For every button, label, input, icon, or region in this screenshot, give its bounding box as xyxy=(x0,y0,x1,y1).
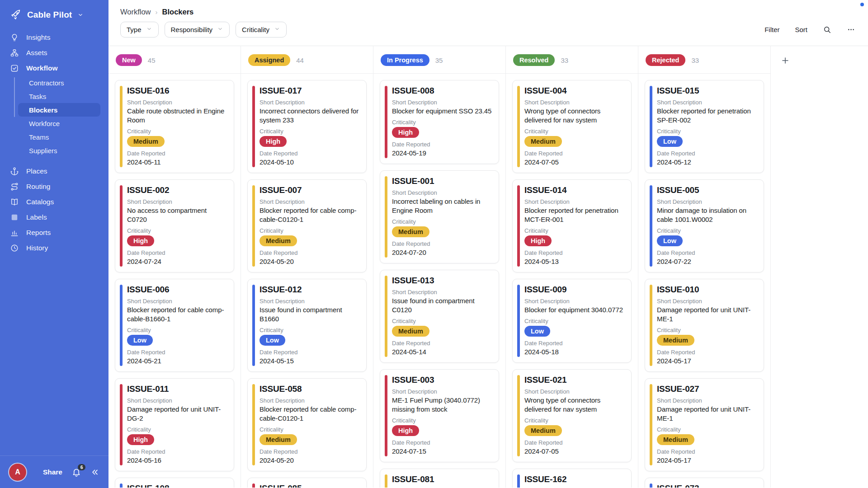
criticality-badge: High xyxy=(127,235,154,246)
short-description-label: Short Description xyxy=(259,99,360,106)
issue-card[interactable]: ISSUE-162 Short Description Blocker for … xyxy=(512,469,632,488)
sidebar-item-workflow[interactable]: Workflow xyxy=(0,61,108,76)
short-description-value: Damage reported for unit UNIT-ME-1 xyxy=(657,305,757,324)
route-icon xyxy=(10,182,19,191)
add-column-button[interactable] xyxy=(779,55,792,68)
issue-id: ISSUE-009 xyxy=(524,285,625,295)
type-dropdown[interactable]: Type xyxy=(120,22,159,38)
issue-card[interactable]: ISSUE-005 Short Description Minor damage… xyxy=(645,179,764,272)
more-options-button[interactable] xyxy=(847,25,855,34)
tag-icon xyxy=(10,213,19,222)
issue-card[interactable]: ISSUE-003 Short Description ME-1 Fuel Pu… xyxy=(380,369,499,462)
date-reported-label: Date Reported xyxy=(524,340,625,347)
column-cards: ISSUE-004 Short Description Wrong type o… xyxy=(506,74,638,488)
date-reported-value: 2024-05-18 xyxy=(524,347,625,357)
sidebar-item-tasks[interactable]: Tasks xyxy=(0,89,108,103)
criticality-badge: Medium xyxy=(259,235,297,246)
avatar[interactable]: A xyxy=(9,464,26,481)
criticality-label: Criticality xyxy=(127,227,227,234)
sidebar-item-routing[interactable]: Routing xyxy=(0,179,108,194)
chevron-down-icon xyxy=(77,12,84,18)
sidebar-item-assets[interactable]: Assets xyxy=(0,45,108,61)
issue-card[interactable]: ISSUE-073 Short Description Minor damage… xyxy=(645,478,764,488)
sidebar-item-suppliers[interactable]: Suppliers xyxy=(0,144,108,157)
criticality-accent-bar xyxy=(252,185,255,267)
date-reported-value: 2024-05-20 xyxy=(259,456,360,465)
breadcrumb-workflow[interactable]: Workflow xyxy=(120,8,151,16)
column-header: Rejected 33 xyxy=(638,46,770,74)
issue-card[interactable]: ISSUE-058 Short Description Blocker repo… xyxy=(247,378,367,471)
issue-card[interactable]: ISSUE-012 Short Description Issue found … xyxy=(247,279,367,372)
issue-card[interactable]: ISSUE-011 Short Description Damage repor… xyxy=(115,378,234,471)
issue-id: ISSUE-006 xyxy=(127,285,227,295)
issue-card[interactable]: ISSUE-007 Short Description Blocker repo… xyxy=(247,179,367,272)
issue-card[interactable]: ISSUE-010 Short Description Damage repor… xyxy=(645,279,764,372)
sidebar-item-labels[interactable]: Labels xyxy=(0,210,108,225)
short-description-value: Blocker reported for cable comp-cable-C0… xyxy=(259,206,360,224)
issue-id: ISSUE-001 xyxy=(392,176,492,186)
criticality-accent-bar xyxy=(650,185,652,267)
criticality-badge: High xyxy=(259,136,287,147)
criticality-label: Criticality xyxy=(657,227,757,234)
issue-card[interactable]: ISSUE-085 Short Description Incorrect co… xyxy=(247,478,367,488)
issue-card[interactable]: ISSUE-016 Short Description Cable route … xyxy=(115,80,234,173)
criticality-dropdown[interactable]: Criticality xyxy=(236,22,287,38)
kanban-board: New 45 ISSUE-016 Short Description Cable… xyxy=(108,46,868,488)
issue-id: ISSUE-021 xyxy=(524,375,625,385)
notifications-button[interactable]: 6 xyxy=(71,467,81,477)
short-description-value: Blocker reported for cable comp-cable-C0… xyxy=(259,405,360,423)
issue-card[interactable]: ISSUE-009 Short Description Blocker for … xyxy=(512,279,632,363)
short-description-label: Short Description xyxy=(657,198,757,205)
filter-button[interactable]: Filter xyxy=(764,26,779,33)
sidebar-item-contractors[interactable]: Contractors xyxy=(0,76,108,89)
issue-card[interactable]: ISSUE-014 Short Description Blocker repo… xyxy=(512,179,632,272)
sidebar-item-insights[interactable]: Insights xyxy=(0,30,108,45)
issue-card[interactable]: ISSUE-081 Short Description Issue found … xyxy=(380,469,499,488)
sidebar-item-teams[interactable]: Teams xyxy=(0,130,108,144)
board-column-rejected: Rejected 33 ISSUE-015 Short Description … xyxy=(638,46,771,488)
criticality-badge: Medium xyxy=(657,335,694,346)
sidebar-item-reports[interactable]: Reports xyxy=(0,225,108,240)
criticality-badge: Low xyxy=(657,235,683,246)
criticality-badge: Medium xyxy=(524,425,562,436)
short-description-label: Short Description xyxy=(524,298,625,305)
double-chevron-left-icon xyxy=(90,468,99,477)
sidebar-item-places[interactable]: Places xyxy=(0,164,108,179)
criticality-accent-bar xyxy=(517,86,520,167)
sidebar-item-blockers[interactable]: Blockers xyxy=(18,103,100,117)
sidebar-item-history[interactable]: History xyxy=(0,240,108,256)
search-button[interactable] xyxy=(823,25,831,34)
criticality-accent-bar xyxy=(650,384,652,465)
sort-button[interactable]: Sort xyxy=(795,26,807,33)
issue-card[interactable]: ISSUE-021 Short Description Wrong type o… xyxy=(512,369,632,462)
issue-card[interactable]: ISSUE-027 Short Description Damage repor… xyxy=(645,378,764,471)
date-reported-label: Date Reported xyxy=(657,249,757,256)
sidebar-nav: Insights Assets Workflow ContractorsTask… xyxy=(0,30,108,256)
issue-card[interactable]: ISSUE-001 Short Description Incorrect la… xyxy=(380,170,499,263)
issue-card[interactable]: ISSUE-013 Short Description Issue found … xyxy=(380,270,499,363)
issue-card[interactable]: ISSUE-017 Short Description Incorrect co… xyxy=(247,80,367,173)
issue-card[interactable]: ISSUE-015 Short Description Blocker repo… xyxy=(645,80,764,173)
short-description-value: Damage reported for unit UNIT-DG-2 xyxy=(127,405,227,423)
board-column-assigned: Assigned 44 ISSUE-017 Short Description … xyxy=(241,46,373,488)
sidebar-item-workforce[interactable]: Workforce xyxy=(0,117,108,130)
short-description-value: Damage reported for unit UNIT-ME-1 xyxy=(657,405,757,423)
sidebar-item-catalogs[interactable]: Catalogs xyxy=(0,194,108,210)
criticality-accent-bar xyxy=(650,86,652,167)
date-reported-value: 2024-07-22 xyxy=(657,257,757,266)
app-logo-row[interactable]: Cable Pilot xyxy=(0,0,108,28)
issue-card[interactable]: ISSUE-004 Short Description Wrong type o… xyxy=(512,80,632,173)
short-description-label: Short Description xyxy=(127,397,227,404)
date-reported-label: Date Reported xyxy=(392,340,492,347)
criticality-label: Criticality xyxy=(524,417,625,424)
date-reported-value: 2024-05-11 xyxy=(127,158,227,167)
criticality-label: Criticality xyxy=(259,426,360,433)
issue-card[interactable]: ISSUE-006 Short Description Blocker repo… xyxy=(115,279,234,372)
issue-card[interactable]: ISSUE-108 Short Description Blocker repo… xyxy=(115,478,234,488)
collapse-sidebar-button[interactable] xyxy=(90,468,99,477)
date-reported-label: Date Reported xyxy=(127,349,227,356)
issue-card[interactable]: ISSUE-008 Short Description Blocker for … xyxy=(380,80,499,164)
issue-card[interactable]: ISSUE-002 Short Description No access to… xyxy=(115,179,234,272)
share-button[interactable]: Share xyxy=(43,468,62,476)
responsibility-dropdown[interactable]: Responsibility xyxy=(165,22,230,38)
